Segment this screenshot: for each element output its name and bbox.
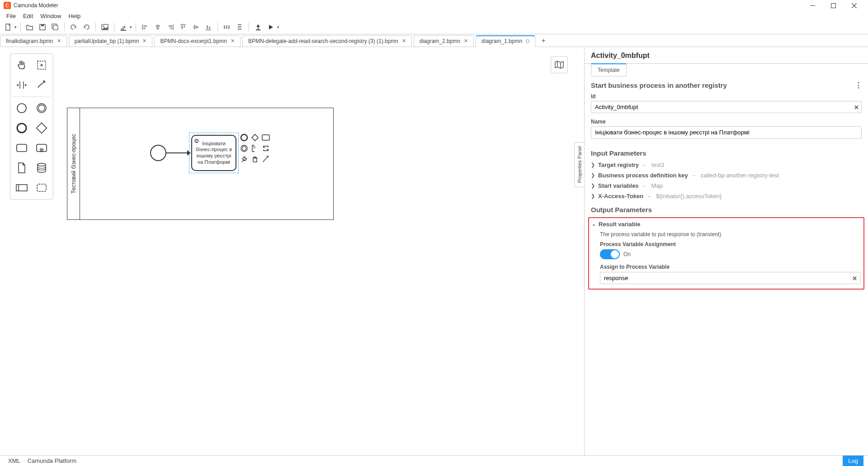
- align-middle-icon[interactable]: [190, 22, 201, 33]
- redo-icon[interactable]: [81, 22, 92, 33]
- menu-edit[interactable]: Edit: [19, 12, 37, 20]
- undo-icon[interactable]: [68, 22, 79, 33]
- pool-label[interactable]: Тестовий бізнес-процес: [67, 108, 80, 219]
- connect-icon[interactable]: [261, 155, 270, 164]
- dropdown-caret-icon[interactable]: ▾: [14, 25, 17, 29]
- run-icon[interactable]: [265, 22, 276, 33]
- sequence-flow[interactable]: [166, 152, 189, 153]
- tab-item[interactable]: BPMN-delegate-add-read-search-second-reg…: [242, 35, 412, 47]
- close-icon[interactable]: ✕: [231, 38, 235, 44]
- assign-input[interactable]: [600, 272, 861, 284]
- append-task-icon[interactable]: [261, 133, 270, 142]
- group-icon[interactable]: [33, 179, 50, 196]
- status-xml[interactable]: XML: [5, 456, 24, 465]
- tab-item[interactable]: partialUpdate_bp (1).bpmn✕: [69, 35, 153, 47]
- svg-rect-35: [238, 29, 241, 30]
- minimap-toggle[interactable]: [551, 56, 568, 73]
- result-description: The process variable to put response to …: [592, 228, 861, 241]
- new-file-icon[interactable]: [3, 22, 14, 33]
- align-top-icon[interactable]: [178, 22, 189, 33]
- tab-item[interactable]: BPMN-docx-excerpt1.bpmn✕: [154, 35, 240, 47]
- close-icon[interactable]: ✕: [402, 38, 406, 44]
- save-icon[interactable]: [37, 22, 48, 33]
- end-event-icon[interactable]: [13, 119, 30, 137]
- close-icon[interactable]: ✕: [142, 38, 146, 44]
- panel-collapse-handle[interactable]: Properties Panel: [574, 142, 584, 187]
- input-param-row[interactable]: ❯Start variables←Map: [585, 181, 868, 191]
- template-tab[interactable]: Template: [591, 63, 627, 76]
- distribute-h-icon[interactable]: [222, 22, 232, 33]
- distribute-v-icon[interactable]: [234, 22, 245, 33]
- align-left-icon[interactable]: [140, 22, 151, 33]
- align-right-icon[interactable]: [165, 22, 176, 33]
- close-icon[interactable]: ✕: [57, 38, 61, 44]
- pva-toggle[interactable]: [600, 249, 620, 259]
- input-param-row[interactable]: ❯X-Access-Token←${initiator().accessToke…: [585, 191, 868, 201]
- align-center-icon[interactable]: [152, 22, 163, 33]
- svg-rect-49: [37, 184, 46, 191]
- bpmn-task-selected[interactable]: ⚙ Ініціювати бізнес-процес в іншому реєс…: [191, 135, 236, 171]
- delete-icon[interactable]: [250, 155, 259, 164]
- svg-rect-16: [156, 25, 160, 27]
- menu-bar: File Edit Window Help: [0, 11, 868, 20]
- tab-item[interactable]: diagram_2.bpmn✕: [414, 35, 474, 47]
- append-end-event-icon[interactable]: [240, 133, 249, 142]
- lasso-tool-icon[interactable]: [33, 57, 50, 74]
- svg-rect-33: [238, 24, 241, 25]
- start-event-icon[interactable]: [13, 100, 30, 117]
- space-tool-icon[interactable]: [13, 76, 30, 94]
- pool-icon[interactable]: [13, 179, 30, 196]
- tab-add-button[interactable]: +: [537, 37, 550, 45]
- save-all-icon[interactable]: [50, 22, 61, 33]
- canvas[interactable]: Тестовий бізнес-процес ⚙ Ініціювати бізн…: [0, 47, 584, 455]
- pva-state: On: [623, 251, 631, 257]
- annotation-icon[interactable]: [250, 144, 259, 153]
- menu-file[interactable]: File: [3, 12, 19, 20]
- close-button[interactable]: [844, 0, 864, 11]
- gateway-icon[interactable]: [33, 119, 50, 137]
- tab-label: partialUpdate_bp (1).bpmn: [75, 38, 139, 44]
- svg-rect-22: [181, 25, 183, 29]
- tab-item-active[interactable]: diagram_1.bpmn: [476, 35, 535, 47]
- bpmn-start-event[interactable]: [150, 145, 166, 161]
- append-intermediate-event-icon[interactable]: [240, 144, 249, 153]
- arrow-left-icon: ←: [647, 193, 652, 200]
- output-highlighted-box: ⌄Result variable The process variable to…: [588, 217, 864, 290]
- svg-rect-28: [207, 25, 208, 29]
- data-object-icon[interactable]: [13, 159, 30, 176]
- wrench-icon[interactable]: [240, 155, 249, 164]
- task-icon[interactable]: [13, 139, 30, 157]
- subprocess-icon[interactable]: [33, 139, 50, 157]
- input-param-row[interactable]: ❯Target registry←test3: [585, 160, 868, 170]
- color-icon[interactable]: [118, 22, 129, 33]
- open-icon[interactable]: [24, 22, 35, 33]
- id-input[interactable]: [591, 101, 862, 113]
- svg-rect-21: [180, 24, 186, 25]
- close-icon[interactable]: ✕: [464, 38, 468, 44]
- minimize-button[interactable]: [802, 0, 823, 11]
- menu-help[interactable]: Help: [65, 12, 85, 20]
- align-bottom-icon[interactable]: [203, 22, 214, 33]
- svg-rect-31: [226, 25, 227, 29]
- status-platform[interactable]: Camunda Platform: [24, 456, 80, 465]
- menu-window[interactable]: Window: [37, 12, 65, 20]
- change-type-icon[interactable]: [261, 144, 270, 153]
- name-input[interactable]: Ініціювати бізнес-процес в іншому реєстр…: [591, 126, 862, 139]
- dropdown-caret-icon[interactable]: ▾: [277, 25, 279, 29]
- result-variable-header[interactable]: ⌄Result variable: [592, 220, 861, 228]
- deploy-icon[interactable]: [253, 22, 264, 33]
- input-param-row[interactable]: ❯Business process definition key←called-…: [585, 170, 868, 181]
- tab-item[interactable]: finalkdiagram.bpmn✕: [0, 35, 67, 47]
- clear-icon[interactable]: ✕: [852, 275, 857, 281]
- hand-tool-icon[interactable]: [13, 57, 30, 74]
- kebab-menu-icon[interactable]: ⋮: [855, 81, 862, 90]
- image-icon[interactable]: [99, 22, 110, 33]
- log-button[interactable]: Log: [843, 456, 863, 466]
- append-gateway-icon[interactable]: [250, 133, 259, 142]
- data-store-icon[interactable]: [33, 159, 50, 176]
- intermediate-event-icon[interactable]: [33, 100, 50, 117]
- global-connect-tool-icon[interactable]: [33, 76, 50, 94]
- dropdown-caret-icon[interactable]: ▾: [130, 25, 132, 29]
- maximize-button[interactable]: [823, 0, 844, 11]
- clear-icon[interactable]: ✕: [854, 104, 859, 110]
